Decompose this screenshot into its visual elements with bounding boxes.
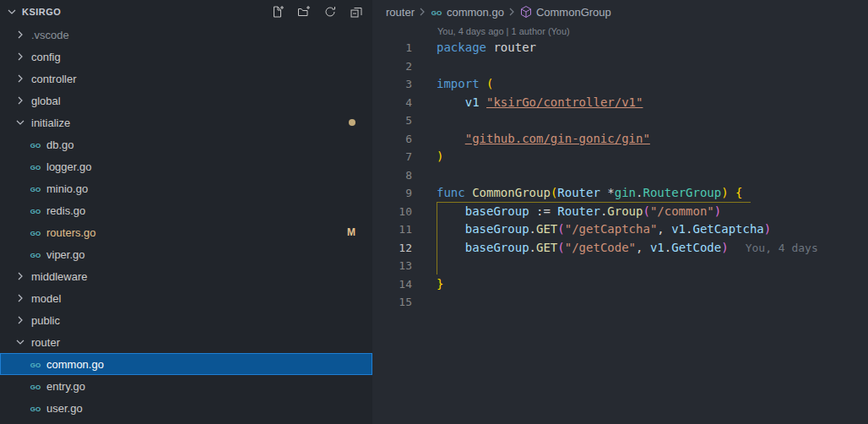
tree-item-public[interactable]: public <box>0 309 372 331</box>
code-token: "/common" <box>650 203 714 221</box>
code-line-12[interactable]: 12 baseGroup.GET("/getCode", v1.GetCode)… <box>372 239 868 258</box>
line-number[interactable]: 11 <box>372 220 412 239</box>
line-number[interactable]: 4 <box>372 94 412 112</box>
code-token: := <box>529 203 558 221</box>
line-number[interactable]: 9 <box>372 184 412 203</box>
tree-item-routers-go[interactable]: GOrouters.goM <box>0 221 372 243</box>
tree-item-user-go[interactable]: GOuser.go <box>0 397 372 419</box>
tree-item-config[interactable]: config <box>0 46 372 68</box>
chevron-down-icon <box>14 335 27 349</box>
chevron-right-icon <box>415 5 429 19</box>
code-line-6[interactable]: 6 "github.com/gin-gonic/gin" <box>372 130 868 149</box>
code-line-8[interactable]: 8 <box>372 166 868 185</box>
tree-item-controller[interactable]: controller <box>0 68 372 90</box>
code-token: GET <box>536 239 557 258</box>
tree-item-minio-go[interactable]: GOminio.go <box>0 177 372 199</box>
code-token: * <box>600 184 615 203</box>
code-line-7[interactable]: 7) <box>372 148 868 166</box>
code-line-13[interactable]: 13 <box>372 257 868 275</box>
explorer-section-header[interactable]: KSIRGO <box>0 0 372 24</box>
tree-item-label: config <box>31 51 61 63</box>
code-token: v1 <box>650 239 665 258</box>
code-token <box>437 203 465 221</box>
go-file-icon: GO <box>430 5 443 19</box>
explorer-sidebar: KSIRGO .vscodeconfigcontrollerglobalinit… <box>0 0 372 424</box>
chevron-right-icon <box>14 50 27 63</box>
line-number[interactable]: 2 <box>372 57 412 76</box>
line-number[interactable]: 7 <box>372 148 412 166</box>
code-token: "/getCaptcha" <box>565 220 658 239</box>
code-token: . <box>529 239 536 258</box>
breadcrumb-item-commongroup[interactable]: CommonGroup <box>519 5 611 19</box>
tree-item-viper-go[interactable]: GOviper.go <box>0 243 372 265</box>
line-number[interactable]: 12 <box>372 239 412 258</box>
vscode-window: KSIRGO .vscodeconfigcontrollerglobalinit… <box>0 0 868 424</box>
line-number[interactable]: 14 <box>372 275 412 294</box>
line-number[interactable]: 8 <box>372 166 412 185</box>
tree-item-logger-go[interactable]: GOlogger.go <box>0 155 372 177</box>
tree-item-common-go[interactable]: GOcommon.go <box>0 353 372 375</box>
code-token: ) <box>721 184 728 203</box>
new-file-button[interactable] <box>270 4 285 19</box>
tree-item-vscode[interactable]: .vscode <box>0 24 372 46</box>
code-line-10[interactable]: 10 baseGroup := Router.Group("/common") <box>372 203 868 221</box>
code-token: . <box>686 220 692 239</box>
line-number[interactable]: 1 <box>372 39 412 57</box>
chevron-down-icon <box>14 116 27 129</box>
tree-item-model[interactable]: model <box>0 287 372 309</box>
go-file-icon: GO <box>29 182 42 195</box>
tree-item-initialize[interactable]: initialize <box>0 111 372 133</box>
code-token: . <box>636 184 643 203</box>
code-line-14[interactable]: 14} <box>372 275 868 294</box>
collapse-all-button[interactable] <box>349 4 364 19</box>
code-token: ( <box>557 220 564 239</box>
code-token: ) <box>714 203 721 221</box>
breadcrumb-item-common-go[interactable]: GOcommon.go <box>430 5 504 19</box>
chevron-right-icon <box>14 94 27 107</box>
code-line-11[interactable]: 11 baseGroup.GET("/getCaptcha", v1.GetCa… <box>372 220 868 239</box>
tree-item-middleware[interactable]: middleware <box>0 265 372 287</box>
code-line-5[interactable]: 5 <box>372 111 868 130</box>
refresh-button[interactable] <box>323 4 338 19</box>
codelens-annotation[interactable]: You, 4 days ago | 1 author (You) <box>372 24 868 39</box>
code-line-3[interactable]: 3import ( <box>372 75 868 94</box>
tree-item-label: initialize <box>31 117 70 129</box>
tree-item-label: middleware <box>31 270 87 283</box>
line-number[interactable]: 10 <box>372 203 412 221</box>
code-line-4[interactable]: 4 v1 "ksirGo/controller/v1" <box>372 94 868 112</box>
breadcrumb-item-router[interactable]: router <box>386 6 415 19</box>
code-token: ( <box>557 239 564 258</box>
tree-item-label: viper.go <box>46 248 85 261</box>
code-token: ( <box>551 184 557 203</box>
line-number[interactable]: 5 <box>372 111 412 130</box>
line-number[interactable]: 15 <box>372 293 412 312</box>
tree-item-redis-go[interactable]: GOredis.go <box>0 199 372 221</box>
svg-text:GO: GO <box>30 186 41 193</box>
code-token: "/getCode" <box>565 239 636 258</box>
code-line-1[interactable]: 1package router <box>372 39 868 57</box>
code-token: { <box>735 184 742 203</box>
code-token: router <box>486 39 536 57</box>
new-folder-button[interactable] <box>296 4 312 19</box>
code-token: , <box>636 239 650 258</box>
line-number[interactable]: 13 <box>372 257 412 275</box>
code-token: Router <box>557 184 600 203</box>
code-token: , <box>657 220 671 239</box>
symbol-method-icon <box>519 5 533 19</box>
tree-item-router[interactable]: router <box>0 331 372 353</box>
code-line-9[interactable]: 9func CommonGroup(Router *gin.RouterGrou… <box>372 184 868 203</box>
tree-item-entry-go[interactable]: GOentry.go <box>0 375 372 397</box>
code-line-2[interactable]: 2 <box>372 57 868 76</box>
tree-item-label: db.go <box>46 139 74 151</box>
go-file-icon: GO <box>29 226 42 239</box>
line-number[interactable]: 6 <box>372 130 412 149</box>
tree-item-global[interactable]: global <box>0 90 372 111</box>
code-token: GET <box>536 220 557 239</box>
tree-item-label: public <box>31 314 60 327</box>
line-number[interactable]: 3 <box>372 75 412 94</box>
breadcrumb-label: common.go <box>447 6 504 19</box>
tree-item-db-go[interactable]: GOdb.go <box>0 133 372 155</box>
code-line-15[interactable]: 15 <box>372 293 868 312</box>
svg-text:GO: GO <box>30 383 41 391</box>
tree-item-label: routers.go <box>46 226 96 239</box>
